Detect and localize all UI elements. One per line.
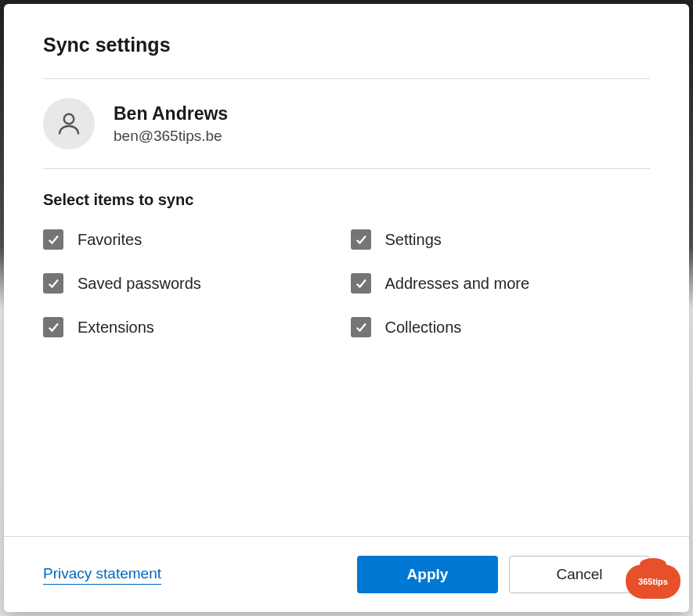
watermark-badge: 365tips [626, 564, 680, 599]
checkbox-grid: Favorites Settings Saved passwords Addre… [43, 229, 650, 337]
checkbox-box[interactable] [43, 317, 63, 337]
check-icon [354, 320, 368, 334]
dialog-body: Sync settings Ben Andrews ben@365tips.be… [4, 4, 689, 536]
checkbox-label: Extensions [78, 319, 154, 337]
person-icon [55, 110, 83, 138]
checkbox-box[interactable] [43, 229, 63, 250]
privacy-statement-link[interactable]: Privacy statement [43, 565, 161, 585]
checkbox-label: Collections [385, 319, 462, 337]
footer-buttons: Apply Cancel [357, 556, 650, 593]
watermark-text: 365tips [638, 577, 668, 586]
checkbox-box[interactable] [351, 317, 371, 337]
profile-email: ben@365tips.be [114, 128, 228, 145]
check-icon [354, 232, 368, 247]
checkbox-favorites[interactable]: Favorites [43, 229, 343, 250]
checkbox-label: Favorites [78, 231, 142, 249]
checkbox-settings[interactable]: Settings [351, 229, 651, 250]
checkbox-label: Addresses and more [385, 275, 530, 293]
checkbox-box[interactable] [351, 273, 371, 294]
checkbox-extensions[interactable]: Extensions [43, 317, 343, 337]
checkbox-collections[interactable]: Collections [351, 317, 651, 337]
check-icon [46, 320, 60, 334]
checkbox-box[interactable] [351, 229, 371, 250]
section-label: Select items to sync [43, 191, 650, 209]
svg-point-0 [64, 114, 74, 124]
profile-info: Ben Andrews ben@365tips.be [114, 103, 228, 145]
apply-button[interactable]: Apply [357, 556, 498, 593]
checkbox-box[interactable] [43, 273, 63, 294]
checkbox-saved-passwords[interactable]: Saved passwords [43, 273, 343, 294]
divider [43, 168, 650, 169]
check-icon [46, 232, 60, 247]
sync-settings-dialog: Sync settings Ben Andrews ben@365tips.be… [4, 4, 689, 612]
check-icon [354, 276, 368, 290]
checkbox-label: Settings [385, 231, 442, 249]
profile-row: Ben Andrews ben@365tips.be [43, 79, 650, 168]
profile-name: Ben Andrews [114, 103, 228, 124]
dialog-footer: Privacy statement Apply Cancel [4, 536, 689, 612]
avatar [43, 98, 95, 149]
checkbox-label: Saved passwords [78, 275, 201, 293]
check-icon [46, 276, 60, 290]
checkbox-addresses[interactable]: Addresses and more [351, 273, 651, 294]
dialog-title: Sync settings [43, 34, 650, 56]
